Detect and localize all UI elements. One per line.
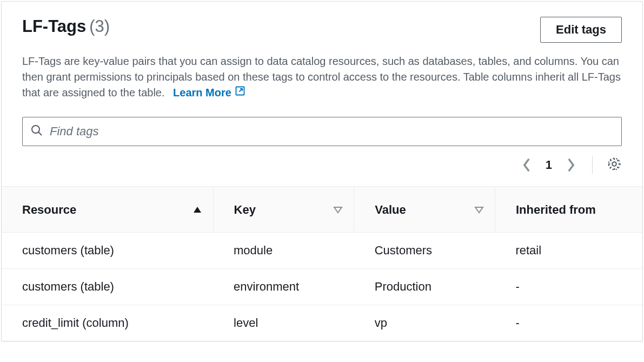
svg-marker-5 — [194, 207, 201, 213]
external-link-icon — [235, 85, 245, 101]
cell-inherited: - — [495, 305, 642, 341]
table-header-row: Resource Key V — [2, 187, 642, 233]
gear-icon — [607, 156, 622, 174]
tags-table: Resource Key V — [2, 186, 642, 341]
col-key[interactable]: Key — [213, 187, 354, 233]
search-container — [2, 101, 642, 146]
svg-marker-7 — [475, 207, 483, 213]
svg-point-3 — [612, 162, 616, 166]
title-text: LF-Tags — [22, 17, 86, 36]
sort-icon — [474, 206, 484, 214]
search-icon — [30, 124, 43, 139]
col-resource[interactable]: Resource — [2, 187, 213, 233]
cell-resource: credit_limit (column) — [2, 305, 213, 341]
cell-resource: customers (table) — [2, 233, 213, 269]
prev-page-button[interactable] — [522, 157, 532, 173]
col-inherited[interactable]: Inherited from — [495, 187, 642, 233]
col-value[interactable]: Value — [354, 187, 495, 233]
table-row: credit_limit (column) level vp - — [2, 305, 642, 341]
pagination: 1 — [2, 146, 642, 186]
search-input[interactable] — [50, 124, 614, 139]
panel-header: LF-Tags (3) Edit tags — [2, 2, 642, 43]
cell-key: level — [213, 305, 354, 341]
col-resource-label: Resource — [22, 203, 76, 217]
svg-line-2 — [38, 132, 42, 135]
table-row: customers (table) environment Production… — [2, 269, 642, 305]
cell-inherited: - — [495, 269, 642, 305]
cell-value: Production — [354, 269, 495, 305]
cell-resource: customers (table) — [2, 269, 213, 305]
svg-marker-6 — [334, 207, 342, 213]
page-number: 1 — [543, 158, 554, 172]
page-title: LF-Tags (3) — [22, 17, 110, 36]
cell-key: environment — [213, 269, 354, 305]
cell-value: vp — [354, 305, 495, 341]
edit-tags-button[interactable]: Edit tags — [540, 17, 622, 43]
learn-more-link[interactable]: Learn More — [173, 85, 245, 101]
col-value-label: Value — [375, 203, 406, 217]
title-count: (3) — [89, 17, 110, 36]
divider — [592, 156, 593, 174]
description-text: LF-Tags are key-value pairs that you can… — [22, 55, 621, 98]
cell-inherited-link[interactable]: retail — [495, 233, 642, 269]
learn-more-text: Learn More — [173, 85, 231, 101]
settings-button[interactable] — [607, 156, 622, 174]
col-key-label: Key — [234, 203, 256, 217]
sort-asc-icon — [192, 206, 202, 214]
search-box[interactable] — [22, 117, 622, 146]
table-row: customers (table) module Customers retai… — [2, 233, 642, 269]
cell-value: Customers — [354, 233, 495, 269]
table-body: customers (table) module Customers retai… — [2, 233, 642, 341]
description-block: LF-Tags are key-value pairs that you can… — [2, 43, 642, 101]
sort-icon — [333, 206, 343, 214]
col-inherited-label: Inherited from — [516, 203, 596, 217]
cell-key: module — [213, 233, 354, 269]
lf-tags-panel: LF-Tags (3) Edit tags LF-Tags are key-va… — [1, 1, 643, 341]
next-page-button[interactable] — [566, 157, 576, 173]
svg-point-1 — [32, 126, 39, 133]
